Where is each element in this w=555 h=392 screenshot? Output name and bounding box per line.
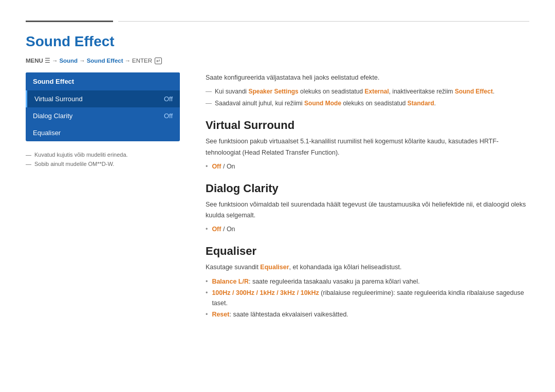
freq-highlight: 100Hz / 300Hz / 1kHz / 3kHz / 10kHz [212,289,319,296]
menu-item-equaliser-label: Equaliser [33,129,61,137]
intro-external: External [365,88,389,95]
menu-item-dialog-clarity-label: Dialog Clarity [33,112,72,120]
menu-item-virtual-surround[interactable]: Virtual Surround Off [26,90,180,107]
breadcrumb-enter-icon: ↵ [155,58,162,64]
breadcrumb: MENU ☰ → Sound → Sound Effect → ENTER ↵ [26,57,529,64]
equaliser-highlight: Equaliser [260,264,289,271]
menu-item-dialog-clarity-value: Off [164,112,173,120]
equaliser-bullet-reset: • Reset: saate lähtestada ekvalaiseri va… [206,309,529,320]
dc-on: On [227,226,235,233]
right-panel: Saate konfigureerida väljastatava heli j… [206,72,529,371]
page-title: Sound Effect [26,33,529,50]
intro-note-2: — Saadaval ainult juhul, kui režiimi Sou… [206,99,529,108]
reset-highlight: Reset [212,311,229,318]
virtual-surround-bullet-1: • Off / On [206,161,529,172]
dialog-clarity-bullet-1: • Off / On [206,224,529,234]
intro-note-1: — Kui suvandi Speaker Settings olekuks o… [206,87,529,97]
menu-box: Sound Effect Virtual Surround Off Dialog… [26,72,180,141]
note-1: — Kuvatud kujutis võib mudeliti erineda. [26,152,180,158]
breadcrumb-menu: MENU [26,58,43,64]
breadcrumb-enter: ENTER [132,58,152,64]
intro-standard: Standard [408,100,434,107]
section-heading-virtual-surround: Virtual Surround [206,119,529,132]
notes: — Kuvatud kujutis võib mudeliti erineda.… [26,152,180,167]
virtual-surround-bullets: • Off / On [206,161,529,172]
section-text-dialog-clarity: See funktsioon võimaldab teil suurendada… [206,199,529,221]
menu-item-virtual-surround-label: Virtual Surround [34,95,83,103]
menu-item-virtual-surround-value: Off [164,95,173,103]
balance-highlight: Balance L/R [212,278,249,285]
section-heading-dialog-clarity: Dialog Clarity [206,182,529,195]
intro-sound-mode: Sound Mode [304,100,341,107]
intro-sound-effect: Sound Effect [455,88,493,95]
menu-box-header: Sound Effect [26,72,180,90]
dc-off: Off [212,226,221,233]
left-panel: Sound Effect Virtual Surround Off Dialog… [26,72,180,371]
intro-main: Saate konfigureerida väljastatava heli j… [206,72,529,83]
section-text-virtual-surround: See funktsioon pakub virtuaalset 5.1-kan… [206,136,529,158]
equaliser-bullets: • Balance L/R: saate reguleerida tasakaa… [206,276,529,320]
menu-item-dialog-clarity[interactable]: Dialog Clarity Off [26,107,180,124]
equaliser-bullet-freq: • 100Hz / 300Hz / 1kHz / 3kHz / 10kHz (r… [206,288,529,308]
breadcrumb-sound: Sound [59,58,78,64]
vs-off: Off [212,163,221,170]
dialog-clarity-bullets: • Off / On [206,224,529,234]
divider-right [118,21,529,22]
section-text-equaliser: Kasutage suvandit Equaliser, et kohandad… [206,262,529,273]
intro-speaker-settings: Speaker Settings [248,88,298,95]
divider-left [26,21,113,22]
note-2: — Sobib ainult mudelile OM**D-W. [26,161,180,167]
breadcrumb-menu-icon: ☰ [45,57,50,64]
section-heading-equaliser: Equaliser [206,245,529,258]
breadcrumb-sound-effect: Sound Effect [87,58,123,64]
top-dividers [26,21,529,22]
vs-on: On [227,163,235,170]
menu-item-equaliser[interactable]: Equaliser [26,124,180,141]
equaliser-bullet-balance: • Balance L/R: saate reguleerida tasakaa… [206,276,529,287]
main-content: Sound Effect Virtual Surround Off Dialog… [26,72,529,371]
